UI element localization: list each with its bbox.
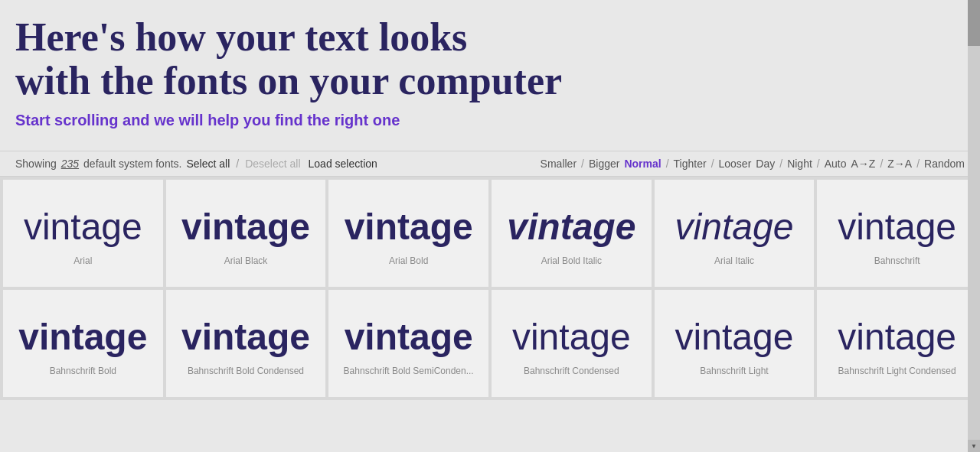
size-smaller[interactable]: Smaller [541, 158, 577, 170]
font-name: Arial Black [224, 255, 268, 266]
fonts-grid: vintageArialvintageArial BlackvintageAri… [0, 177, 980, 400]
scrollbar-thumb[interactable] [968, 0, 980, 46]
main-title: Here's how your text looks with the font… [15, 15, 965, 102]
font-preview: vintage [24, 206, 142, 248]
font-name: Bahnschrift Light Condensed [838, 366, 956, 376]
deselect-all-button[interactable]: Deselect all [245, 158, 300, 170]
sort-za[interactable]: Z→A [887, 158, 912, 170]
size-bigger[interactable]: Bigger [589, 158, 619, 170]
mode-controls: Day / Night / Auto [756, 158, 846, 170]
scrollbar[interactable]: ▲ ▼ [968, 0, 980, 400]
font-preview: vintage [838, 316, 956, 358]
mode-day[interactable]: Day [756, 158, 775, 170]
font-card[interactable]: vintageArial [3, 180, 163, 287]
showing-text: Showing [15, 158, 57, 170]
font-preview: vintage [675, 206, 794, 248]
font-name: Arial Italic [714, 255, 754, 266]
font-card[interactable]: vintageArial Italic [655, 180, 815, 287]
spacing-tighter[interactable]: Tighter [674, 158, 707, 170]
size-controls: Smaller / Bigger [541, 158, 620, 170]
sort-az[interactable]: A→Z [851, 158, 876, 170]
font-card[interactable]: vintageBahnschrift Condensed [492, 290, 652, 397]
font-card[interactable]: vintageArial Black [166, 180, 326, 287]
select-all-button[interactable]: Select all [186, 158, 230, 170]
sep7: / [880, 158, 883, 170]
font-preview: vintage [675, 316, 794, 358]
font-name: Arial Bold [389, 255, 428, 266]
sep8: / [916, 158, 920, 170]
font-preview: vintage [838, 206, 956, 248]
font-card[interactable]: vintageBahnschrift Bold [3, 290, 163, 397]
separator-1: / [236, 158, 239, 170]
font-name: Arial [74, 255, 92, 266]
showing-suffix: default system fonts. [83, 158, 181, 170]
font-count: 235 [61, 158, 79, 170]
font-name: Bahnschrift Light [700, 366, 768, 376]
subtitle: Start scrolling and we will help you fin… [15, 112, 965, 129]
spacing-normal[interactable]: Normal [624, 158, 661, 170]
font-name: Bahnschrift Bold [50, 366, 116, 376]
sep4: / [711, 158, 714, 170]
font-card[interactable]: vintageBahnschrift Light [655, 290, 815, 397]
font-preview: vintage [345, 206, 473, 248]
sep3: / [666, 158, 669, 170]
font-preview: vintage [345, 316, 473, 358]
sep2: / [581, 158, 584, 170]
sort-random[interactable]: Random [924, 158, 965, 170]
font-name: Bahnschrift Bold Condensed [188, 366, 304, 376]
font-card[interactable]: vintageBahnschrift Bold SemiConden... [328, 290, 488, 397]
mode-night[interactable]: Night [787, 158, 812, 170]
sep5: / [779, 158, 782, 170]
sort-controls: A→Z / Z→A / Random [851, 158, 965, 170]
font-name: Bahnschrift [874, 255, 920, 266]
font-preview: vintage [181, 206, 310, 248]
font-card[interactable]: vintageBahnschrift Bold Condensed [166, 290, 326, 397]
font-card[interactable]: vintageBahnschrift Light Condensed [817, 290, 977, 397]
font-preview: vintage [507, 206, 635, 248]
spacing-looser[interactable]: Looser [719, 158, 752, 170]
font-preview: vintage [18, 316, 147, 358]
sep6: / [817, 158, 820, 170]
font-name: Bahnschrift Bold SemiConden... [344, 366, 474, 376]
header-section: Here's how your text looks with the font… [0, 0, 980, 151]
font-card[interactable]: vintageArial Bold Italic [492, 180, 652, 287]
font-preview: vintage [512, 316, 631, 358]
controls-bar: Showing 235 default system fonts. Select… [0, 151, 980, 177]
spacing-controls: Normal / Tighter / Looser [624, 158, 751, 170]
load-selection-button[interactable]: Load selection [309, 158, 377, 170]
font-preview: vintage [181, 316, 310, 358]
font-name: Bahnschrift Condensed [524, 366, 619, 376]
mode-auto[interactable]: Auto [825, 158, 847, 170]
controls-right: Smaller / Bigger Normal / Tighter / Loos… [541, 158, 965, 170]
font-card[interactable]: vintageArial Bold [328, 180, 488, 287]
font-card[interactable]: vintageBahnschrift [817, 180, 977, 287]
font-name: Arial Bold Italic [541, 255, 602, 266]
